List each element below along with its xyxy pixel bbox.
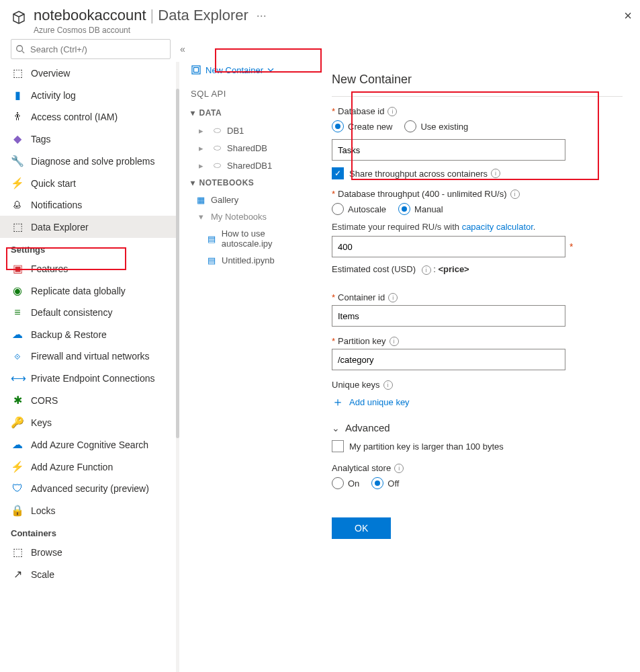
container-id-input[interactable] <box>332 305 565 327</box>
nav-label: Replicate data globally <box>31 286 126 296</box>
tree-db-item[interactable]: ▸⬭SharedDB1 <box>176 157 317 174</box>
info-icon[interactable]: i <box>387 107 397 116</box>
close-icon[interactable]: × <box>624 8 632 24</box>
info-icon[interactable]: i <box>422 265 431 275</box>
search-icon <box>15 44 25 54</box>
nav-tags[interactable]: ◆Tags <box>0 128 176 150</box>
nav-cognitive-search[interactable]: ☁Add Azure Cognitive Search <box>0 433 176 456</box>
nav-label: Access control (IAM) <box>31 112 118 122</box>
nav-activity-log[interactable]: ▮Activity log <box>0 84 176 106</box>
tree-my-notebooks[interactable]: ▾My Notebooks <box>176 208 317 225</box>
large-partition-checkbox[interactable]: ✓ <box>332 440 344 452</box>
radio-analytical-on[interactable]: On <box>332 477 359 489</box>
nav-features[interactable]: ▣Features <box>0 257 176 280</box>
tree-db-item[interactable]: ▸⬭DB1 <box>176 122 317 139</box>
nav-label: Data Explorer <box>31 222 89 233</box>
share-throughput-checkbox[interactable]: ✓ <box>332 167 344 179</box>
nav-label: Add Azure Cognitive Search <box>31 439 148 450</box>
nav-iam[interactable]: 🛉Access control (IAM) <box>0 106 176 128</box>
nav-label: Overview <box>31 68 70 79</box>
nav-label: Default consistency <box>31 307 112 318</box>
search-box[interactable] <box>11 39 171 59</box>
scale-icon: ↗ <box>11 568 24 581</box>
nav-firewall[interactable]: ⟐Firewall and virtual networks <box>0 345 176 367</box>
nav-private-endpoint[interactable]: ⟷Private Endpoint Connections <box>0 367 176 389</box>
info-icon[interactable]: i <box>491 169 500 178</box>
nav-data-explorer[interactable]: ⬚Data Explorer <box>0 216 176 238</box>
cube-icon: ⬚ <box>11 220 24 233</box>
nav-label: Add Azure Function <box>31 462 113 472</box>
plus-icon: ＋ <box>332 394 344 410</box>
chevron-down-icon: ⌄ <box>332 423 340 433</box>
more-icon[interactable]: ··· <box>257 9 267 23</box>
database-id-input[interactable] <box>332 139 565 161</box>
radio-create-new[interactable]: Create new <box>332 120 392 132</box>
firewall-icon: ⟐ <box>11 350 24 362</box>
tree-data-group[interactable]: ▾DATA <box>176 104 317 122</box>
scrollbar-thumb[interactable] <box>176 89 179 438</box>
capacity-calculator-link[interactable]: capacity calculator <box>462 222 533 232</box>
nav-consistency[interactable]: ≡Default consistency <box>0 302 176 323</box>
info-icon[interactable]: i <box>388 293 398 302</box>
nav-keys[interactable]: 🔑Keys <box>0 411 176 433</box>
nav-browse[interactable]: ⬚Browse <box>0 541 176 563</box>
radio-use-existing[interactable]: Use existing <box>404 120 468 132</box>
info-icon[interactable]: i <box>383 380 393 390</box>
iam-icon: 🛉 <box>11 111 24 123</box>
collapse-nav-icon[interactable]: « <box>180 44 185 54</box>
tree-notebook-item[interactable]: ▤How to use autoscale.ipy <box>176 225 317 252</box>
notebook-icon: ▤ <box>205 255 218 265</box>
overview-icon: ⬚ <box>11 67 24 79</box>
add-unique-key-button[interactable]: ＋Add unique key <box>332 394 623 410</box>
backup-icon: ☁ <box>11 328 24 341</box>
sql-api-label: SQL API <box>176 82 317 104</box>
page-section: Data Explorer <box>158 7 248 24</box>
throughput-input[interactable] <box>332 236 565 257</box>
search-plus-icon: ☁ <box>11 438 24 451</box>
info-icon[interactable]: i <box>394 464 404 473</box>
db-icon: ⬭ <box>211 125 223 136</box>
side-nav: ⬚Overview ▮Activity log 🛉Access control … <box>0 62 176 672</box>
nav-quick-start[interactable]: ⚡Quick start <box>0 172 176 194</box>
radio-analytical-off[interactable]: Off <box>371 477 399 489</box>
radio-autoscale[interactable]: Autoscale <box>332 203 386 215</box>
estimate-hint: Estimate your required RU/s with capacit… <box>332 222 623 232</box>
info-icon[interactable]: i <box>510 190 520 199</box>
nav-label: Firewall and virtual networks <box>31 351 150 362</box>
nav-cors[interactable]: ✱CORS <box>0 389 176 411</box>
gallery-icon: ▦ <box>195 195 207 205</box>
cost-line: Estimated cost (USD) i : <price> <box>332 264 623 275</box>
key-icon: 🔑 <box>11 416 24 429</box>
radio-manual[interactable]: Manual <box>398 203 443 215</box>
tree-notebooks-group[interactable]: ▾NOTEBOOKS <box>176 174 317 192</box>
tree-db-item[interactable]: ▸⬭SharedDB <box>176 139 317 157</box>
large-partition-label: My partition key is larger than 100 byte… <box>349 442 504 452</box>
func-icon: ⚡ <box>11 460 24 473</box>
tree-gallery[interactable]: ▦Gallery <box>176 192 317 208</box>
new-container-panel: New Container *Database idi Create new U… <box>317 62 640 672</box>
nav-notifications[interactable]: 🕭Notifications <box>0 194 176 216</box>
info-icon[interactable]: i <box>390 337 399 346</box>
nav-replicate[interactable]: ◉Replicate data globally <box>0 280 176 302</box>
nav-locks[interactable]: 🔒Locks <box>0 499 176 521</box>
nav-advanced-security[interactable]: 🛡Advanced security (preview) <box>0 478 176 499</box>
notebook-icon: ▤ <box>205 234 218 244</box>
advanced-toggle[interactable]: ⌄Advanced <box>332 422 623 433</box>
partition-key-input[interactable] <box>332 349 565 370</box>
tree-notebook-item[interactable]: ▤Untitled.ipynb <box>176 252 317 269</box>
nav-label: Diagnose and solve problems <box>31 156 154 167</box>
nav-label: CORS <box>31 395 58 406</box>
divider <box>332 96 623 97</box>
nav-scale[interactable]: ↗Scale <box>0 563 176 585</box>
nav-overview[interactable]: ⬚Overview <box>0 62 176 84</box>
ok-button[interactable]: OK <box>332 517 391 539</box>
nav-heading-containers: Containers <box>0 521 176 541</box>
nav-azure-function[interactable]: ⚡Add Azure Function <box>0 456 176 478</box>
nav-diagnose[interactable]: 🔧Diagnose and solve problems <box>0 150 176 172</box>
cors-icon: ✱ <box>11 394 24 407</box>
nav-label: Quick start <box>31 178 76 189</box>
search-input[interactable] <box>29 44 166 55</box>
nav-backup[interactable]: ☁Backup & Restore <box>0 323 176 345</box>
new-container-button[interactable]: New Container <box>191 65 278 75</box>
nav-label: Notifications <box>31 200 82 210</box>
